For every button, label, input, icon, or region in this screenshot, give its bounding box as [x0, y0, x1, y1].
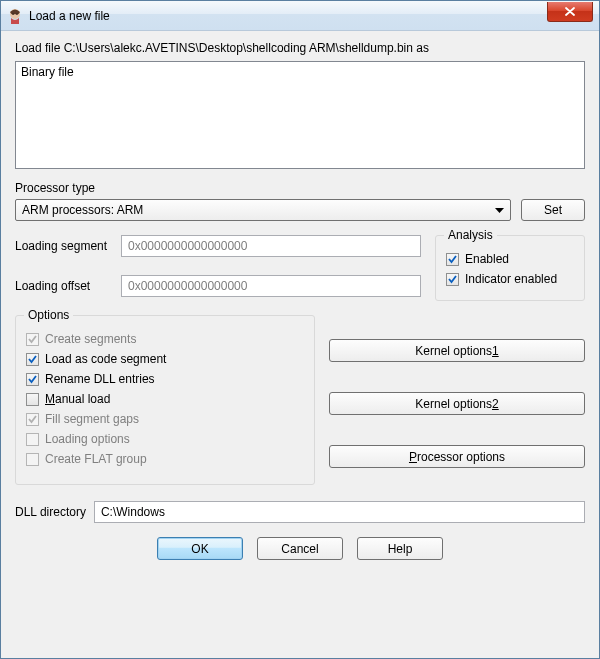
create-segments-checkbox	[26, 333, 39, 346]
analysis-enabled-checkbox[interactable]	[446, 253, 459, 266]
rename-dll-label: Rename DLL entries	[45, 372, 155, 386]
loading-offset-input[interactable]	[121, 275, 421, 297]
loading-segment-label: Loading segment	[15, 239, 115, 253]
svg-point-1	[12, 13, 14, 15]
dll-directory-input[interactable]	[94, 501, 585, 523]
create-flat-checkbox	[26, 453, 39, 466]
manual-load-label: Manual load	[45, 392, 110, 406]
create-segments-label: Create segments	[45, 332, 136, 346]
load-file-label: Load file C:\Users\alekc.AVETINS\Desktop…	[15, 41, 585, 55]
kernel-options-2-button[interactable]: Kernel options 2	[329, 392, 585, 415]
loading-offset-label: Loading offset	[15, 279, 115, 293]
app-icon	[7, 8, 23, 24]
load-as-code-checkbox[interactable]	[26, 353, 39, 366]
window-title: Load a new file	[29, 9, 547, 23]
analysis-title: Analysis	[444, 228, 497, 242]
analysis-enabled-label: Enabled	[465, 252, 509, 266]
svg-point-2	[16, 13, 18, 15]
ok-button[interactable]: OK	[157, 537, 243, 560]
analysis-indicator-checkbox[interactable]	[446, 273, 459, 286]
processor-selected: ARM processors: ARM	[22, 203, 143, 217]
create-flat-label: Create FLAT group	[45, 452, 147, 466]
rename-dll-checkbox[interactable]	[26, 373, 39, 386]
load-as-code-label: Load as code segment	[45, 352, 166, 366]
list-item[interactable]: Binary file	[18, 64, 582, 80]
fill-gaps-label: Fill segment gaps	[45, 412, 139, 426]
loading-options-label: Loading options	[45, 432, 130, 446]
load-file-path: C:\Users\alekc.AVETINS\Desktop\shellcodi…	[64, 41, 413, 55]
loading-options-checkbox	[26, 433, 39, 446]
loading-segment-input[interactable]	[121, 235, 421, 257]
analysis-group: Analysis Enabled Indicator enabled	[435, 235, 585, 301]
load-file-suffix: as	[413, 41, 429, 55]
processor-options-button[interactable]: Processor options	[329, 445, 585, 468]
dialog-content: Load file C:\Users\alekc.AVETINS\Desktop…	[1, 31, 599, 658]
file-type-list[interactable]: Binary file	[15, 61, 585, 169]
titlebar: Load a new file	[1, 1, 599, 31]
close-button[interactable]	[547, 2, 593, 22]
chevron-down-icon	[495, 203, 504, 217]
manual-load-checkbox[interactable]	[26, 393, 39, 406]
set-button[interactable]: Set	[521, 199, 585, 221]
fill-gaps-checkbox	[26, 413, 39, 426]
processor-combo[interactable]: ARM processors: ARM	[15, 199, 511, 221]
dll-directory-label: DLL directory	[15, 505, 86, 519]
cancel-button[interactable]: Cancel	[257, 537, 343, 560]
options-group: Options Create segments Load as code seg…	[15, 315, 315, 485]
dialog-window: Load a new file Load file C:\Users\alekc…	[0, 0, 600, 659]
options-title: Options	[24, 308, 73, 322]
processor-type-label: Processor type	[15, 181, 585, 195]
load-file-prefix: Load file	[15, 41, 64, 55]
help-button[interactable]: Help	[357, 537, 443, 560]
analysis-indicator-label: Indicator enabled	[465, 272, 557, 286]
kernel-options-1-button[interactable]: Kernel options 1	[329, 339, 585, 362]
close-icon	[565, 7, 575, 16]
